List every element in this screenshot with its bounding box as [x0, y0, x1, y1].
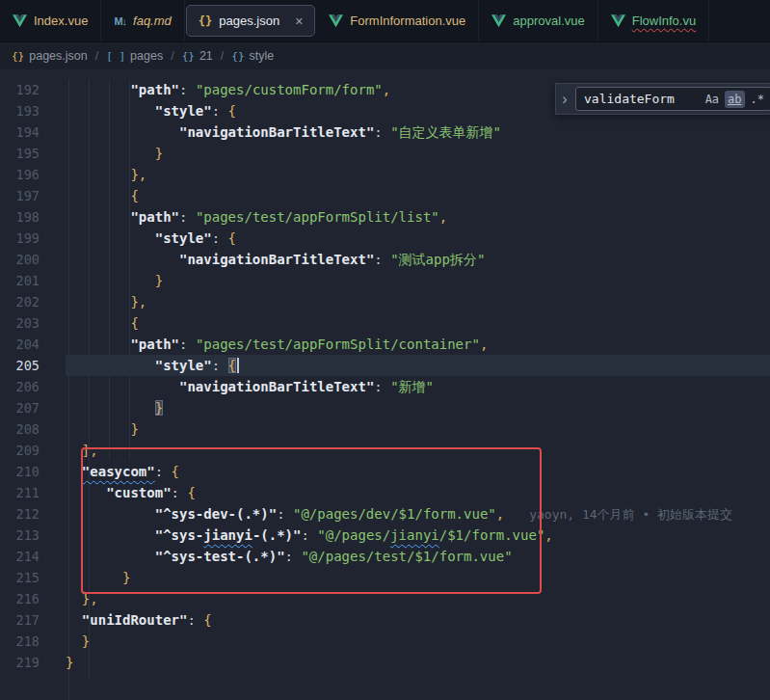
code-text[interactable]: } — [66, 418, 770, 440]
code-text[interactable]: "path": "pages/test/appFormSplit/list", — [66, 206, 770, 228]
breadcrumb-item-pages.json[interactable]: {}pages.json — [12, 49, 88, 63]
match-case-toggle[interactable]: Aa — [703, 91, 722, 108]
line-number[interactable]: 216 — [0, 588, 66, 609]
code-text[interactable]: } — [66, 652, 770, 673]
code-line[interactable]: 205 "style": { — [0, 355, 770, 376]
tab-FlowInfo.vu[interactable]: FlowInfo.vu — [598, 0, 709, 41]
code-text[interactable]: "navigationBarTitleText": "测试app拆分" — [66, 249, 770, 270]
line-number[interactable]: 208 — [0, 418, 66, 440]
whole-word-toggle[interactable]: ab — [725, 91, 744, 108]
line-number[interactable]: 197 — [0, 185, 66, 206]
code-line[interactable]: 202 }, — [0, 291, 770, 312]
code-line[interactable]: 199 "style": { — [0, 228, 770, 249]
code-line[interactable]: 212 "^sys-dev-(.*)": "@/pages/dev/$1/for… — [0, 503, 770, 525]
code-text[interactable]: "^sys-dev-(.*)": "@/pages/dev/$1/form.vu… — [66, 503, 770, 525]
code-line[interactable]: 208 } — [0, 418, 770, 440]
code-line[interactable]: 210 "easycom": { — [0, 461, 770, 482]
line-number[interactable]: 199 — [0, 228, 66, 249]
line-number[interactable]: 218 — [0, 631, 66, 652]
code-text[interactable]: }, — [66, 291, 770, 312]
line-number[interactable]: 196 — [0, 164, 66, 185]
code-line[interactable]: 200 "navigationBarTitleText": "测试app拆分" — [0, 249, 770, 270]
find-input[interactable]: validateForm Aa ab .* — [575, 87, 770, 111]
line-number[interactable]: 212 — [0, 503, 66, 525]
line-number[interactable]: 194 — [0, 121, 66, 143]
line-number[interactable]: 214 — [0, 546, 66, 567]
code-line[interactable]: 217 "uniIdRouter": { — [0, 609, 770, 631]
find-query-text[interactable]: validateForm — [584, 92, 700, 106]
vue-icon — [491, 14, 506, 28]
code-line[interactable]: 209 ], — [0, 440, 770, 461]
code-text[interactable]: }, — [66, 588, 770, 609]
code-text[interactable]: "navigationBarTitleText": "新增" — [66, 376, 770, 397]
code-text[interactable]: "custom": { — [66, 482, 770, 503]
code-line[interactable]: 215 } — [0, 567, 770, 588]
code-text[interactable]: "^sys-test-(.*)": "@/pages/test/$1/form.… — [66, 546, 770, 567]
line-number[interactable]: 219 — [0, 652, 66, 673]
chevron-right-icon[interactable]: › — [558, 91, 571, 108]
line-number[interactable]: 215 — [0, 567, 66, 588]
code-text[interactable]: "path": "pages/test/appFormSplit/contain… — [66, 334, 770, 355]
code-line[interactable]: 213 "^sys-jianyi-(.*)": "@/pages/jianyi/… — [0, 525, 770, 546]
breadcrumb-item-pages[interactable]: [ ]pages — [106, 49, 163, 63]
code-line[interactable]: 219} — [0, 652, 770, 673]
code-text[interactable]: "^sys-jianyi-(.*)": "@/pages/jianyi/$1/f… — [66, 525, 770, 546]
line-number[interactable]: 210 — [0, 461, 66, 482]
code-text[interactable]: } — [66, 631, 770, 652]
regex-toggle[interactable]: .* — [748, 91, 767, 108]
line-number[interactable]: 206 — [0, 376, 66, 397]
line-number[interactable]: 213 — [0, 525, 66, 546]
code-text[interactable]: "style": { — [66, 228, 770, 249]
code-line[interactable]: 201 } — [0, 270, 770, 291]
line-number[interactable]: 200 — [0, 249, 66, 270]
code-line[interactable]: 207 } — [0, 397, 770, 418]
code-text[interactable]: "easycom": { — [66, 461, 770, 482]
code-line[interactable]: 211 "custom": { — [0, 482, 770, 503]
code-text[interactable]: { — [66, 185, 770, 206]
line-number[interactable]: 204 — [0, 334, 66, 355]
breadcrumb-item-21[interactable]: {}21 — [182, 49, 213, 63]
line-number[interactable]: 202 — [0, 291, 66, 312]
code-line[interactable]: 197 { — [0, 185, 770, 206]
line-number[interactable]: 205 — [0, 355, 66, 376]
line-number[interactable]: 193 — [0, 100, 66, 121]
line-number[interactable]: 201 — [0, 270, 66, 291]
code-text[interactable]: } — [66, 567, 770, 588]
code-line[interactable]: 196 }, — [0, 164, 770, 185]
line-number[interactable]: 192 — [0, 79, 66, 100]
code-line[interactable]: 218 } — [0, 631, 770, 652]
find-widget[interactable]: › validateForm Aa ab .* — [555, 83, 770, 115]
line-number[interactable]: 207 — [0, 397, 66, 418]
code-text[interactable]: } — [66, 143, 770, 164]
code-text[interactable]: "navigationBarTitleText": "自定义表单新增" — [66, 121, 770, 143]
close-icon[interactable]: × — [295, 13, 303, 29]
tab-faq.md[interactable]: M↓faq.md — [101, 0, 184, 41]
code-line[interactable]: 204 "path": "pages/test/appFormSplit/con… — [0, 334, 770, 355]
code-line[interactable]: 194 "navigationBarTitleText": "自定义表单新增" — [0, 121, 770, 143]
tab-approval.vue[interactable]: approval.vue — [479, 0, 597, 41]
tab-pages.json[interactable]: {}pages.json× — [186, 5, 316, 37]
code-text[interactable]: ], — [66, 440, 770, 461]
line-number[interactable]: 217 — [0, 609, 66, 631]
breadcrumb-item-style[interactable]: {}style — [231, 49, 274, 63]
code-text[interactable]: "uniIdRouter": { — [66, 609, 770, 631]
line-number[interactable]: 211 — [0, 482, 66, 503]
code-line[interactable]: 203 { — [0, 312, 770, 334]
code-line[interactable]: 195 } — [0, 143, 770, 164]
code-text[interactable]: } — [66, 270, 770, 291]
tab-FormInformation.vue[interactable]: FormInformation.vue — [316, 0, 479, 41]
editor-pane[interactable]: 192 "path": "pages/customForm/form",193 … — [0, 69, 770, 700]
code-text[interactable]: { — [66, 312, 770, 334]
code-line[interactable]: 214 "^sys-test-(.*)": "@/pages/test/$1/f… — [0, 546, 770, 567]
line-number[interactable]: 198 — [0, 206, 66, 228]
line-number[interactable]: 203 — [0, 312, 66, 334]
code-line[interactable]: 216 }, — [0, 588, 770, 609]
line-number[interactable]: 195 — [0, 143, 66, 164]
code-line[interactable]: 206 "navigationBarTitleText": "新增" — [0, 376, 770, 397]
code-line[interactable]: 198 "path": "pages/test/appFormSplit/lis… — [0, 206, 770, 228]
code-text[interactable]: }, — [66, 164, 770, 185]
code-text[interactable]: "style": { — [66, 355, 770, 376]
line-number[interactable]: 209 — [0, 440, 66, 461]
tab-Index.vue[interactable]: Index.vue — [0, 0, 101, 41]
code-text[interactable]: } — [66, 397, 770, 418]
